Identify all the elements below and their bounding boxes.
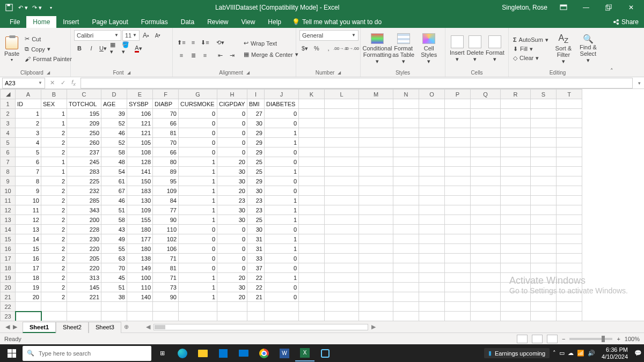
cell[interactable]: [299, 283, 325, 292]
tray-volume-icon[interactable]: 🔊: [588, 350, 595, 357]
row-header[interactable]: 6: [1, 147, 16, 157]
row-header[interactable]: 17: [1, 254, 16, 263]
cell[interactable]: 1: [179, 176, 217, 186]
cell[interactable]: 145: [67, 283, 101, 292]
cell[interactable]: 1: [265, 138, 299, 147]
dialog-launcher-icon[interactable]: ◢: [246, 70, 250, 75]
cell[interactable]: [557, 176, 582, 186]
cell[interactable]: [393, 254, 419, 263]
cell[interactable]: [531, 109, 557, 119]
select-all-cell[interactable]: ◢: [1, 90, 16, 99]
cell[interactable]: [393, 312, 419, 321]
cell[interactable]: 150: [127, 176, 153, 186]
cell[interactable]: 63: [101, 254, 127, 263]
cell[interactable]: DIABETES: [265, 99, 299, 109]
cell[interactable]: [531, 302, 557, 312]
add-sheet-button[interactable]: ⊕: [121, 323, 132, 330]
cell[interactable]: [419, 186, 445, 196]
cell[interactable]: 30: [217, 176, 247, 186]
cell[interactable]: 1: [179, 283, 217, 292]
cell[interactable]: 80: [153, 157, 179, 167]
cell[interactable]: 27: [247, 109, 265, 119]
cell[interactable]: SYSBP: [127, 99, 153, 109]
borders-button[interactable]: ▦ ▾: [109, 43, 120, 54]
cell[interactable]: [359, 157, 393, 167]
zoom-in-icon[interactable]: +: [617, 336, 620, 342]
start-button[interactable]: [2, 345, 21, 361]
cell[interactable]: 31: [247, 234, 265, 244]
cell[interactable]: [359, 186, 393, 196]
dialog-launcher-icon[interactable]: ◢: [127, 70, 130, 75]
tab-data[interactable]: Data: [174, 16, 201, 28]
cell[interactable]: [325, 147, 359, 157]
cell[interactable]: [501, 234, 531, 244]
cell[interactable]: [217, 312, 247, 321]
cell[interactable]: [471, 215, 501, 225]
cell[interactable]: 2: [41, 205, 67, 215]
cell[interactable]: [419, 99, 445, 109]
cell[interactable]: 128: [127, 157, 153, 167]
cell[interactable]: 22: [247, 273, 265, 283]
cell[interactable]: [531, 119, 557, 128]
cell[interactable]: [299, 234, 325, 244]
row-header[interactable]: 16: [1, 244, 16, 254]
task-view-icon[interactable]: ⊞: [152, 345, 172, 361]
cell[interactable]: ID: [16, 99, 41, 109]
col-header-J[interactable]: J: [265, 90, 299, 99]
cell[interactable]: [471, 312, 501, 321]
col-header-D[interactable]: D: [101, 90, 127, 99]
cell[interactable]: 45: [101, 273, 127, 283]
cell[interactable]: 180: [127, 225, 153, 234]
cell[interactable]: 100: [127, 273, 153, 283]
cell[interactable]: 102: [153, 234, 179, 244]
cell[interactable]: 55: [101, 244, 127, 254]
cell[interactable]: 1: [179, 157, 217, 167]
cell[interactable]: 2: [41, 186, 67, 196]
cell[interactable]: 1: [179, 273, 217, 283]
cell[interactable]: [501, 244, 531, 254]
row-header[interactable]: 11: [1, 196, 16, 205]
cell[interactable]: [101, 312, 127, 321]
cell[interactable]: 9: [16, 186, 41, 196]
cell[interactable]: 180: [127, 244, 153, 254]
cell[interactable]: [531, 234, 557, 244]
restore-icon[interactable]: [598, 0, 619, 15]
cell[interactable]: [299, 273, 325, 283]
cell[interactable]: 30: [247, 225, 265, 234]
font-color-button[interactable]: A▾: [133, 43, 144, 54]
cell[interactable]: 52: [101, 119, 127, 128]
cell[interactable]: 228: [67, 225, 101, 234]
sort-filter-button[interactable]: AZSort & Filter▾: [553, 32, 574, 65]
cell[interactable]: [359, 205, 393, 215]
cell[interactable]: [359, 234, 393, 244]
cell[interactable]: [419, 196, 445, 205]
cell[interactable]: [471, 302, 501, 312]
cell[interactable]: 1: [179, 167, 217, 176]
cell[interactable]: 77: [153, 205, 179, 215]
cell[interactable]: 0: [265, 119, 299, 128]
cell[interactable]: 149: [127, 263, 153, 273]
clear-button[interactable]: ◇ Clear ▾: [512, 54, 550, 62]
cell[interactable]: 260: [67, 138, 101, 147]
copy-button[interactable]: ⧉ Copy ▾: [23, 45, 74, 54]
cell[interactable]: [299, 263, 325, 273]
cell[interactable]: 20: [217, 273, 247, 283]
cell[interactable]: [445, 128, 471, 138]
col-header-R[interactable]: R: [501, 90, 531, 99]
row-header[interactable]: 13: [1, 215, 16, 225]
cell[interactable]: 0: [265, 263, 299, 273]
cell[interactable]: [419, 205, 445, 215]
collapse-ribbon-icon[interactable]: ˄: [606, 28, 617, 77]
cell[interactable]: 18: [16, 273, 41, 283]
cell[interactable]: [471, 244, 501, 254]
cell[interactable]: [299, 119, 325, 128]
col-header-H[interactable]: H: [217, 90, 247, 99]
sheet-nav-next-icon[interactable]: ▶: [13, 323, 17, 330]
cell[interactable]: [471, 234, 501, 244]
cell[interactable]: 155: [127, 215, 153, 225]
cell[interactable]: [419, 147, 445, 157]
cell[interactable]: [557, 109, 582, 119]
cell[interactable]: [179, 312, 217, 321]
cell[interactable]: [419, 119, 445, 128]
cell[interactable]: [557, 244, 582, 254]
